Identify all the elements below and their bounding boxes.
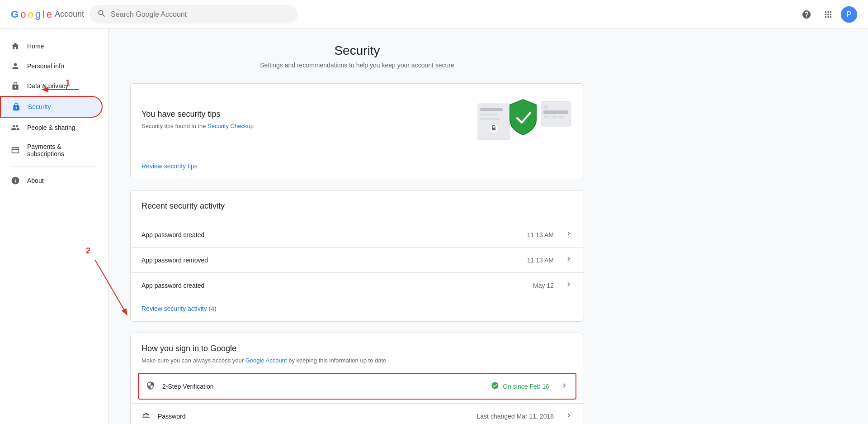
- two-step-chevron-icon: [560, 381, 568, 391]
- security-tips-text: You have security tips Security tips fou…: [142, 110, 473, 129]
- password-label: Password: [158, 413, 185, 420]
- activity-label-1: App password created: [142, 231, 204, 238]
- password-chevron-icon: [565, 411, 573, 421]
- two-step-label: 2-Step Verification: [162, 383, 214, 390]
- apps-button[interactable]: [819, 5, 837, 24]
- recent-activity-header: Recent security activity: [131, 191, 584, 222]
- page-subtitle: Settings and recommendations to help you…: [130, 62, 584, 69]
- people-icon: [11, 123, 20, 132]
- activity-label-3: App password created: [142, 282, 204, 289]
- password-status: Last changed Mar 11, 2018: [477, 413, 554, 420]
- activity-row-2[interactable]: App password removed 11:13 AM: [131, 247, 584, 272]
- chevron-icon-3: [565, 280, 573, 291]
- activity-time-3: May 12: [533, 282, 554, 289]
- chevron-icon-2: [565, 255, 573, 265]
- account-label: Account: [55, 10, 84, 19]
- person-icon: [11, 62, 20, 71]
- security-tips-card: You have security tips Security tips fou…: [130, 83, 584, 179]
- sign-in-header: How you sign in to Google Make sure you …: [131, 333, 584, 371]
- svg-rect-6: [480, 114, 498, 115]
- two-step-verification-row[interactable]: 2-Step Verification On since Feb 16: [138, 373, 576, 400]
- security-tips-content-row: You have security tips Security tips fou…: [131, 84, 584, 155]
- search-input[interactable]: [111, 10, 290, 19]
- activity-time-2: 11:13 AM: [527, 257, 554, 264]
- svg-text:P: P: [847, 10, 852, 18]
- google-account-link[interactable]: Google Account: [245, 357, 287, 364]
- page-title: Security: [130, 43, 584, 58]
- sidebar-label-data-privacy: Data & privacy: [27, 82, 68, 90]
- header-left: Google Account: [11, 5, 297, 24]
- svg-rect-12: [544, 116, 549, 118]
- sidebar-item-home[interactable]: Home: [0, 36, 103, 56]
- info-icon: [11, 176, 20, 185]
- header-right: P: [797, 5, 857, 24]
- sidebar-label-security: Security: [28, 103, 51, 110]
- svg-rect-14: [558, 116, 564, 118]
- sidebar-label-personal-info: Personal info: [27, 62, 64, 70]
- home-icon: [11, 42, 20, 51]
- sidebar-item-people-sharing[interactable]: People & sharing: [0, 118, 103, 138]
- sign-in-description: Make sure you can always access your Goo…: [142, 357, 573, 364]
- security-checkup-link[interactable]: Security Checkup: [208, 123, 254, 129]
- security-tips-title: You have security tips: [142, 110, 473, 119]
- activity-label-2: App password removed: [142, 257, 208, 264]
- svg-rect-13: [551, 116, 557, 118]
- sidebar-item-payments[interactable]: Payments & subscriptions: [0, 138, 103, 163]
- two-step-status: On since Feb 16: [503, 383, 549, 390]
- payments-icon: [11, 146, 20, 155]
- password-row[interactable]: Password Last changed Mar 11, 2018: [131, 403, 584, 424]
- sign-in-title: How you sign in to Google: [142, 344, 573, 353]
- svg-point-11: [543, 105, 548, 110]
- help-button[interactable]: [797, 5, 816, 24]
- sidebar-label-about: About: [27, 177, 44, 184]
- activity-time-1: 11:13 AM: [527, 231, 554, 238]
- security-illustration: [473, 95, 573, 144]
- svg-rect-7: [480, 118, 500, 120]
- search-icon: [97, 9, 106, 19]
- avatar[interactable]: P: [841, 6, 857, 23]
- activity-row-1[interactable]: App password created 11:13 AM: [131, 222, 584, 247]
- main-content: 1 2 Security Settings and recommendation…: [108, 29, 606, 424]
- sidebar-item-security[interactable]: Security: [0, 96, 103, 118]
- activity-row-3[interactable]: App password created May 12: [131, 272, 584, 298]
- search-bar[interactable]: [90, 5, 297, 24]
- sidebar-item-personal-info[interactable]: Personal info: [0, 56, 103, 76]
- lock-icon: [12, 102, 21, 111]
- security-tips-subtitle: Security tips found in the Security Chec…: [142, 123, 473, 129]
- google-logo: Google Account: [11, 9, 84, 20]
- header: Google Account P: [0, 0, 868, 29]
- password-icon: [142, 411, 151, 421]
- sidebar-label-people-sharing: People & sharing: [27, 124, 75, 131]
- sidebar: Home Personal info Data & privacy Securi…: [0, 29, 108, 424]
- sidebar-label-home: Home: [27, 43, 44, 50]
- sign-in-card: How you sign in to Google Make sure you …: [130, 333, 584, 424]
- data-icon: [11, 81, 20, 91]
- svg-rect-5: [480, 108, 503, 111]
- review-security-activity-link[interactable]: Review security activity (4): [131, 298, 584, 321]
- sidebar-label-payments: Payments & subscriptions: [27, 143, 92, 157]
- review-security-tips-link[interactable]: Review security tips: [131, 155, 584, 179]
- chevron-icon-1: [565, 229, 573, 240]
- page-layout: Home Personal info Data & privacy Securi…: [0, 29, 868, 424]
- svg-rect-10: [543, 110, 568, 114]
- sidebar-divider: [11, 167, 97, 167]
- sidebar-item-data-privacy[interactable]: Data & privacy: [0, 76, 103, 96]
- recent-activity-title: Recent security activity: [142, 201, 573, 211]
- shield-verify-icon: [146, 381, 155, 391]
- sidebar-item-about[interactable]: About: [0, 171, 103, 191]
- recent-activity-card: Recent security activity App password cr…: [130, 190, 584, 322]
- two-step-check-icon: [491, 381, 499, 391]
